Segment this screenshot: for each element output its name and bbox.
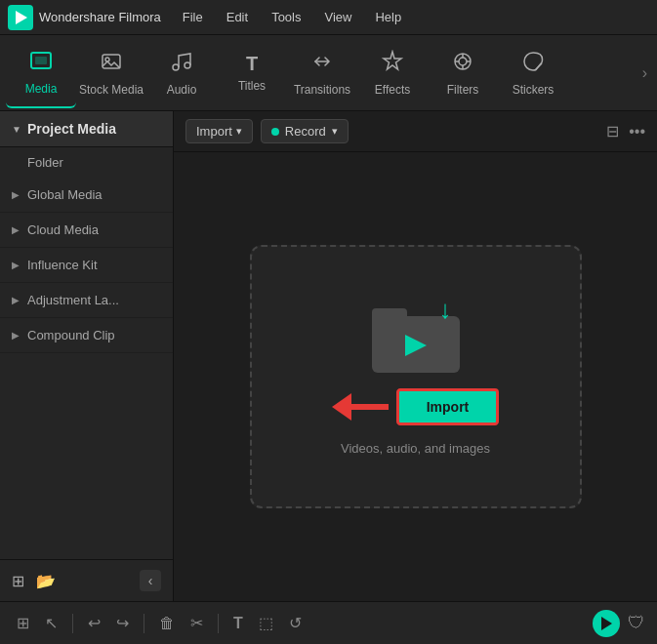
sidebar-footer: ⊞ 📂 ‹ (0, 559, 173, 601)
sidebar-project-media-label: Project Media (27, 121, 116, 137)
sidebar-compound-clip-arrow: ▶ (12, 330, 20, 341)
svg-point-9 (459, 58, 467, 65)
stickers-icon (521, 50, 545, 79)
toolbar-stock-label: Stock Media (79, 83, 144, 97)
sidebar-header-arrow: ▼ (12, 124, 21, 135)
main-toolbar: Media Stock Media Audio T Titles (0, 35, 657, 111)
folder-illustration: ↓ (372, 299, 460, 373)
bottom-divider-3 (218, 614, 219, 633)
menu-edit[interactable]: Edit (217, 6, 258, 28)
record-label: Record (285, 124, 326, 139)
redo-icon[interactable]: ↪ (111, 610, 134, 636)
menu-view[interactable]: View (314, 6, 361, 28)
toolbar-filters-label: Filters (447, 83, 479, 97)
sidebar-influence-kit-arrow: ▶ (12, 260, 20, 270)
toolbar-more-chevron[interactable]: › (638, 64, 651, 82)
undo-icon[interactable]: ↩ (83, 610, 105, 636)
cut-icon[interactable]: ✂ (185, 610, 208, 636)
sidebar-adjustment-arrow: ▶ (12, 295, 20, 305)
filmora-avatar[interactable] (593, 610, 620, 637)
bottom-divider-2 (144, 614, 144, 633)
toolbar-media[interactable]: Media (6, 38, 76, 108)
menu-tools[interactable]: Tools (262, 6, 310, 28)
download-arrow-icon: ↓ (439, 295, 452, 325)
toolbar-effects[interactable]: Effects (357, 38, 428, 108)
import-label: Import (196, 124, 232, 139)
delete-icon[interactable]: 🗑 (154, 611, 180, 636)
sidebar-global-media-arrow: ▶ (12, 189, 20, 200)
bottom-divider-1 (72, 614, 73, 633)
menu-file[interactable]: File (173, 6, 213, 28)
shield-icon[interactable]: 🛡 (628, 613, 645, 633)
toolbar-titles[interactable]: T Titles (217, 38, 287, 108)
toolbar-stickers[interactable]: Stickers (498, 38, 568, 108)
bottom-toolbar-right: 🛡 (593, 610, 645, 637)
svg-marker-11 (601, 617, 612, 630)
filmora-folder-logo (401, 333, 431, 363)
sidebar-cloud-media[interactable]: ▶ Cloud Media (0, 213, 173, 248)
sidebar-global-media[interactable]: ▶ Global Media (0, 178, 173, 213)
text-tool-icon[interactable]: T (228, 611, 248, 636)
app-title: Wondershare Filmora (39, 10, 161, 24)
effects-icon (381, 50, 404, 79)
main-area: ▼ Project Media Folder ▶ Global Media ▶ … (0, 111, 657, 601)
media-icon (29, 49, 53, 78)
sidebar-influence-kit[interactable]: ▶ Influence Kit (0, 248, 173, 283)
import-center-button[interactable]: Import (396, 388, 500, 425)
content-toolbar: Import ▾ Record ▾ ⊟ ••• (174, 111, 657, 152)
toolbar-audio-label: Audio (167, 83, 197, 97)
sidebar-folder-item[interactable]: Folder (0, 147, 173, 178)
toolbar-transitions[interactable]: Transitions (287, 38, 357, 108)
svg-rect-3 (35, 57, 47, 64)
toolbar-stock-media[interactable]: Stock Media (76, 38, 146, 108)
svg-point-6 (173, 64, 179, 70)
toolbar-filters[interactable]: Filters (428, 38, 498, 108)
import-chevron-icon: ▾ (236, 125, 242, 138)
toolbar-audio[interactable]: Audio (146, 38, 217, 108)
more-options-icon[interactable]: ••• (629, 123, 645, 141)
filters-icon (451, 50, 474, 79)
import-dropdown-button[interactable]: Import ▾ (185, 119, 253, 143)
bottom-toolbar: ⊞ ↖ ↩ ↪ 🗑 ✂ T ⬚ ↺ 🛡 (0, 601, 657, 644)
toolbar-transitions-label: Transitions (294, 83, 350, 97)
red-arrow-shaft (351, 404, 389, 410)
sidebar-compound-clip[interactable]: ▶ Compound Clip (0, 318, 173, 353)
toolbar-titles-label: Titles (238, 79, 266, 93)
sidebar-cloud-media-arrow: ▶ (12, 224, 20, 235)
rotate-tool-icon[interactable]: ↺ (284, 610, 307, 636)
app-logo: Wondershare Filmora (8, 5, 161, 30)
select-tool-icon[interactable]: ↖ (40, 610, 62, 636)
grid-view-icon[interactable]: ⊞ (12, 610, 34, 636)
svg-point-7 (185, 62, 190, 68)
toolbar-media-label: Media (25, 82, 58, 96)
toolbar-effects-label: Effects (375, 83, 410, 97)
sidebar-collapse-button[interactable]: ‹ (140, 570, 161, 591)
filter-icon[interactable]: ⊟ (606, 122, 619, 141)
titles-icon: T (246, 53, 258, 75)
toolbar-stickers-label: Stickers (513, 83, 554, 97)
audio-icon (170, 50, 193, 79)
content-toolbar-right: ⊟ ••• (606, 122, 645, 141)
content-area: Import ▾ Record ▾ ⊟ ••• (174, 111, 657, 601)
new-folder-icon[interactable]: ⊞ (12, 572, 24, 590)
sidebar: ▼ Project Media Folder ▶ Global Media ▶ … (0, 111, 174, 601)
sidebar-adjustment-layer[interactable]: ▶ Adjustment La... (0, 283, 173, 318)
import-hint-text: Videos, audio, and images (341, 441, 490, 456)
red-arrow-container (332, 393, 389, 421)
record-dot-icon (271, 128, 279, 136)
stock-media-icon (100, 50, 123, 79)
record-button[interactable]: Record ▾ (261, 119, 349, 143)
menu-help[interactable]: Help (365, 6, 411, 28)
crop-tool-icon[interactable]: ⬚ (254, 610, 278, 636)
folder-open-icon[interactable]: 📂 (36, 572, 56, 590)
sidebar-header-project-media[interactable]: ▼ Project Media (0, 111, 173, 147)
transitions-icon (310, 50, 334, 79)
record-chevron-icon: ▾ (332, 125, 338, 138)
menu-bar: Wondershare Filmora File Edit Tools View… (0, 0, 657, 35)
import-action-row: Import (332, 388, 500, 425)
red-arrow-left (332, 393, 351, 421)
svg-marker-10 (405, 335, 427, 356)
import-zone: ↓ Import Vi (174, 152, 657, 601)
import-drop-box: ↓ Import Vi (250, 245, 582, 508)
